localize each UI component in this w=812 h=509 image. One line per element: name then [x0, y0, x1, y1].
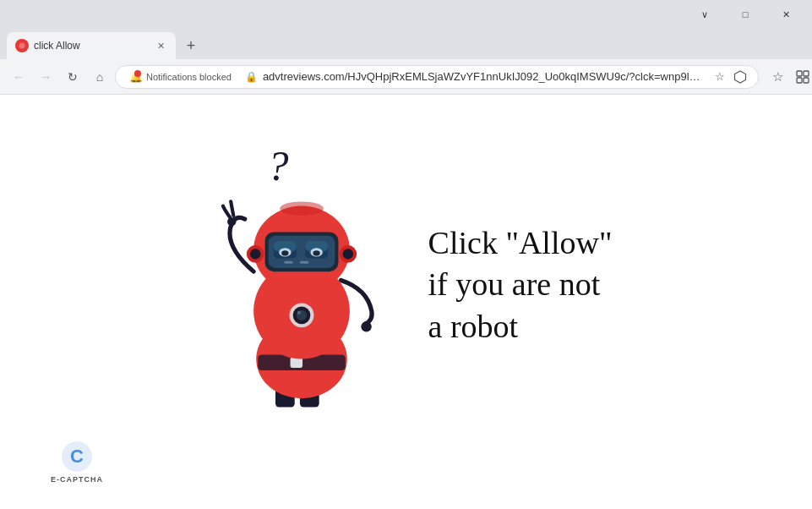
svg-point-12 [361, 321, 371, 331]
address-bar[interactable]: 🔔 Notifications blocked 🔒 advtreviews.co… [115, 65, 759, 89]
notifications-blocked-text: Notifications blocked [146, 72, 232, 82]
robot-svg [200, 167, 403, 420]
svg-rect-2 [797, 71, 802, 76]
bookmark-star-icon[interactable]: ☆ [711, 68, 729, 86]
svg-rect-32 [299, 261, 308, 264]
window-controls: ∨ □ ✕ [685, 2, 805, 27]
svg-point-34 [250, 249, 260, 259]
svg-point-37 [280, 201, 324, 216]
svg-rect-31 [284, 261, 292, 264]
home-button[interactable]: ⌂ [88, 65, 112, 89]
svg-point-41 [297, 311, 300, 315]
robot-illustration: ? [200, 141, 403, 429]
address-bar-row: ← → ↻ ⌂ 🔔 Notifications blocked 🔒 advtre… [0, 59, 812, 95]
extensions-toolbar-icon[interactable] [791, 65, 812, 89]
instruction-line-2: if you are not [428, 264, 613, 305]
svg-text:C: C [70, 446, 84, 467]
forward-button[interactable]: → [34, 65, 57, 89]
url-text: advtreviews.com/HJvQHpjRxEMLSjaWZvYF1nnU… [263, 70, 706, 83]
svg-point-36 [342, 249, 352, 259]
extensions-icon[interactable] [731, 68, 749, 86]
ecaptcha-logo-icon: C [60, 440, 94, 473]
toolbar-icons: ☆ ⋮ [766, 65, 812, 89]
tab-title: click Allow [34, 40, 149, 52]
notifications-blocked-indicator[interactable]: 🔔 Notifications blocked [124, 68, 237, 85]
svg-point-29 [281, 250, 288, 255]
instruction-line-3: a robot [428, 306, 613, 348]
chrome-browser-window: ∨ □ ✕ click Allow ✕ + ← → ↻ ⌂ 🔔 [0, 0, 812, 509]
close-button[interactable]: ✕ [766, 2, 805, 27]
svg-point-1 [19, 43, 25, 49]
svg-point-11 [227, 217, 236, 226]
minimize-button[interactable]: ∨ [685, 2, 724, 27]
bookmark-icon[interactable]: ☆ [766, 65, 789, 89]
svg-point-30 [313, 250, 319, 255]
svg-rect-5 [804, 78, 809, 83]
tab-bar: click Allow ✕ + [0, 29, 812, 59]
tab-close-button[interactable]: ✕ [154, 39, 167, 52]
active-tab[interactable]: click Allow ✕ [7, 32, 176, 59]
back-button[interactable]: ← [7, 65, 30, 89]
ecaptcha-label: E-CAPTCHA [51, 475, 103, 484]
main-content-area: ? [200, 141, 613, 429]
instruction-line-1: Click "Allow" [428, 222, 613, 264]
lock-icon: 🔒 [245, 71, 258, 83]
address-bar-icons: ☆ [711, 68, 749, 86]
svg-rect-4 [797, 78, 802, 83]
ecaptcha-branding: C E-CAPTCHA [51, 440, 103, 484]
new-tab-button[interactable]: + [179, 34, 203, 57]
reload-button[interactable]: ↻ [61, 65, 84, 89]
maximize-button[interactable]: □ [726, 2, 765, 27]
captcha-instruction-text: Click "Allow" if you are not a robot [428, 222, 613, 348]
page-content: C E-CAPTCHA ? [0, 95, 812, 509]
svg-rect-3 [804, 71, 809, 76]
tab-favicon [15, 39, 29, 52]
title-bar: ∨ □ ✕ [0, 0, 812, 29]
